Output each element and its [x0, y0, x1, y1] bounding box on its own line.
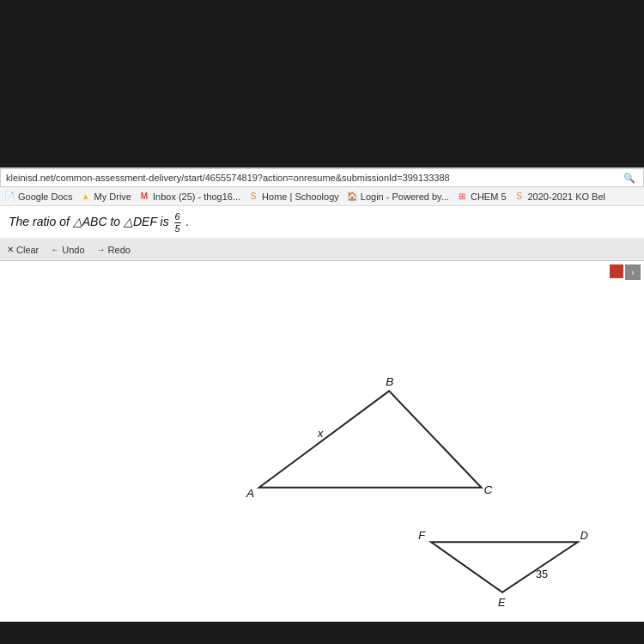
fraction: 6 5 [174, 211, 181, 234]
label-E: E [498, 598, 506, 610]
url-text: kleinisd.net/common-assessment-delivery/… [6, 173, 621, 183]
label-F: F [418, 531, 426, 543]
label-D: D [580, 531, 588, 543]
toolbar: ✕ Clear ← Undo → Redo [0, 239, 644, 261]
label-B: B [386, 375, 393, 388]
undo-button[interactable]: ← Undo [51, 245, 84, 255]
google-docs-icon: 📄 [3, 191, 15, 203]
clear-label: Clear [16, 245, 39, 255]
clear-icon: ✕ [7, 245, 14, 254]
redo-button[interactable]: → Redo [97, 245, 131, 255]
label-A: A [246, 488, 254, 501]
bookmark-google-docs[interactable]: 📄 Google Docs [3, 191, 73, 203]
login-icon: 🏠 [346, 191, 358, 203]
label-x: x [317, 428, 324, 440]
bookmark-schoology[interactable]: S Home | Schoology [247, 191, 339, 203]
triangles-svg: A B C x F D E 35 [0, 261, 644, 622]
main-content: The ratio of △ABC to △DEF is 6 5 . ✕ Cle… [0, 206, 644, 622]
undo-label: Undo [62, 245, 84, 255]
fraction-denominator: 5 [174, 223, 181, 234]
google-docs-label: Google Docs [18, 191, 73, 202]
bookmarks-bar: 📄 Google Docs ▲ My Drive M Inbox (25) - … [0, 187, 644, 206]
question-prefix: The ratio of △ABC to △DEF is [9, 215, 173, 228]
inbox-label: Inbox (25) - thog16... [153, 191, 240, 202]
question-text: The ratio of △ABC to △DEF is 6 5 . [9, 215, 190, 228]
question-suffix: . [186, 215, 190, 228]
schoology-label: Home | Schoology [262, 191, 339, 202]
browser-chrome: kleinisd.net/common-assessment-delivery/… [0, 167, 644, 622]
canvas-area[interactable]: › A B C x F D E 35 [0, 261, 644, 622]
redo-label: Redo [108, 245, 131, 255]
question-area: The ratio of △ABC to △DEF is 6 5 . [0, 206, 644, 239]
2020-label: 2020-2021 KO Bel [528, 191, 606, 202]
2020-icon: S [513, 191, 526, 203]
bookmark-2020[interactable]: S 2020-2021 KO Bel [513, 191, 606, 203]
chem5-label: CHEM 5 [471, 191, 507, 202]
undo-icon: ← [51, 245, 59, 254]
label-35: 35 [536, 569, 548, 581]
schoology-icon: S [247, 191, 259, 203]
top-black-area [0, 0, 644, 167]
svg-marker-0 [259, 392, 482, 488]
label-C: C [484, 483, 493, 496]
search-icon[interactable]: 🔍 [621, 173, 638, 184]
svg-marker-1 [431, 543, 578, 593]
bookmark-chem5[interactable]: ⊞ CHEM 5 [456, 191, 507, 203]
redo-icon: → [97, 245, 106, 254]
address-bar[interactable]: kleinisd.net/common-assessment-delivery/… [0, 168, 644, 187]
my-drive-label: My Drive [94, 191, 131, 202]
clear-button[interactable]: ✕ Clear [7, 245, 39, 255]
bookmark-inbox[interactable]: M Inbox (25) - thog16... [138, 191, 240, 203]
gmail-icon: M [138, 191, 150, 203]
my-drive-icon: ▲ [80, 191, 92, 203]
login-label: Login - Powered by... [361, 191, 449, 202]
bookmark-login[interactable]: 🏠 Login - Powered by... [346, 191, 449, 203]
bookmark-my-drive[interactable]: ▲ My Drive [80, 191, 131, 203]
chem-icon: ⊞ [456, 191, 468, 203]
fraction-numerator: 6 [174, 211, 181, 223]
